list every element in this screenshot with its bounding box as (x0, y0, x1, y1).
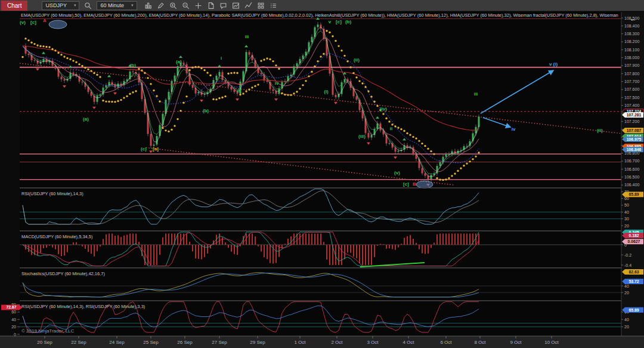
macd-histogram-bar (419, 245, 420, 250)
wave-label: ii (390, 126, 392, 131)
note-icon[interactable] (219, 2, 227, 10)
sar-dot (427, 147, 429, 149)
sar-dot (39, 45, 41, 47)
macd-histogram-bar (389, 245, 390, 248)
sar-dot (254, 85, 256, 87)
chart-tab[interactable]: Chart (1, 1, 27, 11)
search-icon[interactable] (84, 2, 92, 10)
sar-dot (296, 91, 298, 93)
macd-histogram-bar (431, 245, 432, 248)
axis-tick-label: 106.700 (624, 159, 639, 163)
sar-dot (200, 67, 202, 69)
plus-icon[interactable] (194, 2, 202, 10)
wave-label: iv (512, 127, 516, 132)
candle-body (305, 51, 307, 55)
macd-histogram-bar (356, 245, 357, 258)
zoom-out-icon[interactable] (182, 2, 190, 10)
sar-dot (242, 93, 244, 94)
sar-dot (72, 60, 74, 61)
axis-tick-label: -0.2 (624, 253, 631, 257)
macd-histogram-bar (258, 245, 259, 247)
candle-body (422, 168, 423, 174)
macd-histogram-bar (353, 245, 354, 257)
macd-histogram-bar (320, 233, 321, 245)
macd-histogram-bar (365, 245, 366, 265)
macd-histogram-bar (371, 245, 372, 265)
candle-body (431, 175, 432, 179)
sar-dot (299, 88, 301, 90)
sar-dot (215, 98, 217, 100)
value-marker-text: 106.846 (627, 147, 642, 152)
page-icon[interactable] (207, 2, 215, 10)
symbol-select[interactable]: USDJPY ▾ (42, 1, 79, 10)
grid-icon[interactable] (257, 2, 265, 10)
macd-histogram-bar (267, 245, 268, 259)
sar-dot (159, 100, 160, 102)
macd-histogram-bar (422, 245, 423, 253)
macd-histogram-bar (61, 245, 62, 256)
macd-histogram-bar (377, 245, 378, 246)
candle-body (398, 151, 400, 152)
macd-histogram-bar (341, 245, 342, 265)
macd-histogram-bar (380, 244, 381, 245)
sar-dot (93, 72, 95, 74)
sar-dot (329, 31, 330, 33)
sar-dot (165, 130, 166, 131)
sar-dot (305, 80, 306, 82)
chart-bars-icon[interactable] (144, 2, 152, 10)
macd-histogram-bar (404, 238, 405, 245)
time-tick-label: 10 Oct (544, 340, 559, 345)
macd-histogram-bar (70, 245, 71, 245)
sar-dot (284, 94, 286, 96)
sar-dot (227, 73, 229, 75)
macd-histogram-bar (398, 245, 399, 247)
macd-histogram-bar (28, 245, 29, 252)
candle-body (88, 87, 89, 93)
sar-dot (102, 100, 104, 101)
wave-label: [c] (403, 181, 409, 187)
sar-dot (197, 66, 199, 67)
pencil-icon[interactable] (157, 2, 165, 10)
macd-histogram-bar (153, 245, 154, 265)
macd-histogram-bar (299, 233, 301, 245)
sar-dot (24, 38, 26, 39)
sar-dot (272, 60, 274, 62)
sar-dot (403, 130, 405, 132)
candle-body (425, 173, 426, 175)
macd-histogram-bar (386, 245, 387, 249)
sar-dot (290, 94, 292, 96)
macd-histogram-bar (401, 244, 402, 245)
macd-histogram-bar (264, 245, 265, 257)
macd-histogram-bar (410, 235, 411, 245)
zigzag-icon[interactable] (244, 2, 252, 10)
panel-splitter[interactable] (0, 187, 644, 189)
interval-select[interactable]: 60 Minute ▾ (97, 1, 137, 10)
wave-label: v (329, 19, 332, 24)
panel-splitter[interactable] (0, 267, 644, 269)
macd-histogram-bar (52, 245, 53, 248)
list-icon[interactable] (270, 2, 277, 10)
time-tick-label: 20 Sep (37, 340, 52, 345)
panel-splitter[interactable] (0, 230, 644, 232)
value-marker-text: 53.72 (628, 279, 639, 284)
macd-histogram-bar (156, 245, 157, 265)
chart-canvas[interactable]: (v)[c]A(a)(b)(c)[a](a)(b)iiiiiiiv(i)v[c]… (0, 0, 644, 348)
panel-splitter[interactable] (0, 300, 644, 301)
axis-tick-label: -0.4 (624, 263, 631, 267)
candle-body (34, 60, 36, 61)
sar-dot (108, 100, 110, 102)
chart-window-icon[interactable] (232, 2, 240, 10)
zoom-in-icon[interactable] (169, 2, 177, 10)
sar-dot (433, 153, 435, 155)
axis-tick-label: 107.800 (624, 72, 639, 76)
wave-label: (b) (130, 63, 137, 68)
macd-histogram-bar (416, 243, 417, 245)
macd-histogram-bar (114, 236, 116, 245)
macd-histogram-bar (252, 233, 253, 245)
sar-dot (421, 143, 423, 144)
macd-histogram-bar (237, 245, 238, 255)
macd-histogram-bar (94, 245, 95, 257)
candle-body (174, 76, 176, 81)
sar-dot (132, 91, 134, 93)
macd-histogram-bar (338, 245, 339, 265)
